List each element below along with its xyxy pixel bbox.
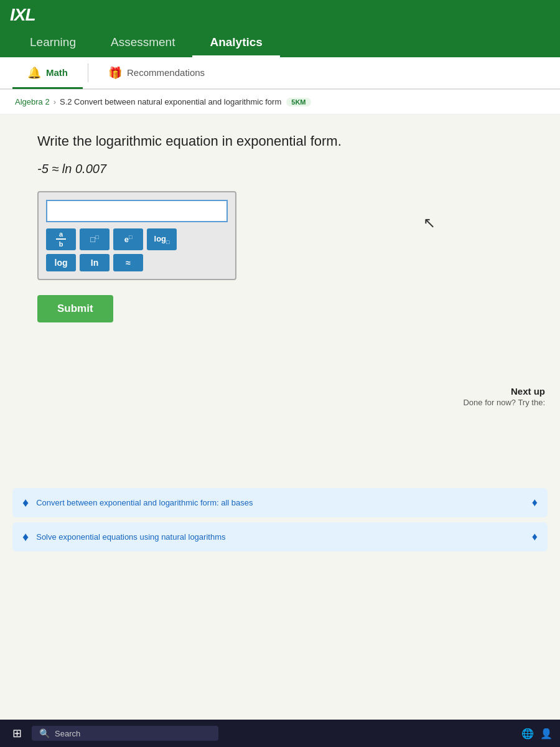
- taskbar: ⊞ 🔍 Search 🌐 👤: [0, 720, 560, 747]
- recommendation-cards: ♦ Convert between exponential and logari…: [0, 488, 560, 564]
- rec-card-0-text: Convert between exponential and logarith…: [36, 498, 525, 507]
- breadcrumb-sep: ›: [54, 97, 56, 106]
- main-content: Write the logarithmic equation in expone…: [0, 115, 560, 488]
- content-area: Write the logarithmic equation in expone…: [0, 115, 560, 721]
- breadcrumb: Algebra 2 › S.2 Convert between natural …: [0, 90, 560, 115]
- taskbar-icons: 🌐 👤: [521, 728, 553, 740]
- submit-button[interactable]: Submit: [37, 295, 113, 322]
- taskbar-icon-user[interactable]: 👤: [540, 728, 553, 740]
- cursor-icon: ↖: [423, 214, 436, 232]
- math-icon: 🔔: [27, 66, 41, 80]
- math-buttons-row2: log In ≈: [46, 254, 228, 271]
- rec-card-0-badge: ♦: [532, 496, 538, 509]
- rec-card-0-icon: ♦: [22, 496, 29, 510]
- start-button[interactable]: ⊞: [7, 724, 27, 743]
- taskbar-search-text: Search: [55, 729, 80, 738]
- fraction-button[interactable]: a b: [46, 228, 76, 250]
- search-icon: 🔍: [39, 728, 50, 738]
- subnav-recommendations[interactable]: 🎁 Recommendations: [93, 59, 220, 89]
- rec-card-1-text: Solve exponential equations using natura…: [36, 532, 525, 542]
- breadcrumb-badge: 5KM: [286, 98, 310, 106]
- logo-area: IXL: [10, 5, 35, 25]
- rec-icon: 🎁: [108, 66, 122, 80]
- rec-card-1[interactable]: ♦ Solve exponential equations using natu…: [12, 522, 548, 552]
- breadcrumb-current: S.2 Convert between natural exponential …: [60, 97, 281, 106]
- equation-text: -5 ≈ ln 0.007: [37, 162, 106, 176]
- taskbar-search-area[interactable]: 🔍 Search: [32, 726, 218, 741]
- subnav-divider: [88, 63, 88, 82]
- rec-card-0[interactable]: ♦ Convert between exponential and logari…: [12, 488, 548, 517]
- answer-area: a b □□ e□ log□ log In ≈: [37, 191, 236, 280]
- question-title: Write the logarithmic equation in expone…: [37, 133, 523, 149]
- next-up-title: Next up: [463, 386, 545, 397]
- next-up-subtitle: Done for now? Try the:: [463, 398, 545, 407]
- nav-analytics[interactable]: Analytics: [192, 31, 279, 55]
- nav-bar: Learning Assessment Analytics: [0, 30, 560, 57]
- log-button[interactable]: log: [46, 254, 76, 271]
- equation-display: -5 ≈ ln 0.007: [37, 162, 523, 176]
- subnav-math-label: Math: [46, 67, 68, 78]
- superscript-button[interactable]: □□: [80, 228, 110, 250]
- taskbar-icon-globe[interactable]: 🌐: [521, 728, 534, 740]
- next-up-area: Next up Done for now? Try the:: [463, 386, 545, 407]
- math-buttons-row1: a b □□ e□ log□: [46, 228, 228, 250]
- subnav-math[interactable]: 🔔 Math: [12, 59, 83, 89]
- logo-text: IXL: [10, 5, 35, 25]
- top-bar: IXL: [0, 0, 560, 30]
- approx-button[interactable]: ≈: [113, 254, 143, 271]
- e-power-button[interactable]: e□: [113, 228, 143, 250]
- nav-learning[interactable]: Learning: [12, 31, 93, 55]
- log-base-button[interactable]: log□: [147, 228, 177, 250]
- rec-card-1-badge: ♦: [532, 530, 538, 543]
- nav-assessment[interactable]: Assessment: [93, 31, 192, 55]
- sub-nav: 🔔 Math 🎁 Recommendations: [0, 57, 560, 90]
- taskbar-right: 🌐 👤: [521, 728, 553, 740]
- breadcrumb-parent[interactable]: Algebra 2: [15, 97, 50, 106]
- ln-button[interactable]: In: [80, 254, 110, 271]
- subnav-rec-label: Recommendations: [127, 67, 205, 78]
- answer-input[interactable]: [46, 200, 228, 222]
- rec-card-1-icon: ♦: [22, 530, 29, 544]
